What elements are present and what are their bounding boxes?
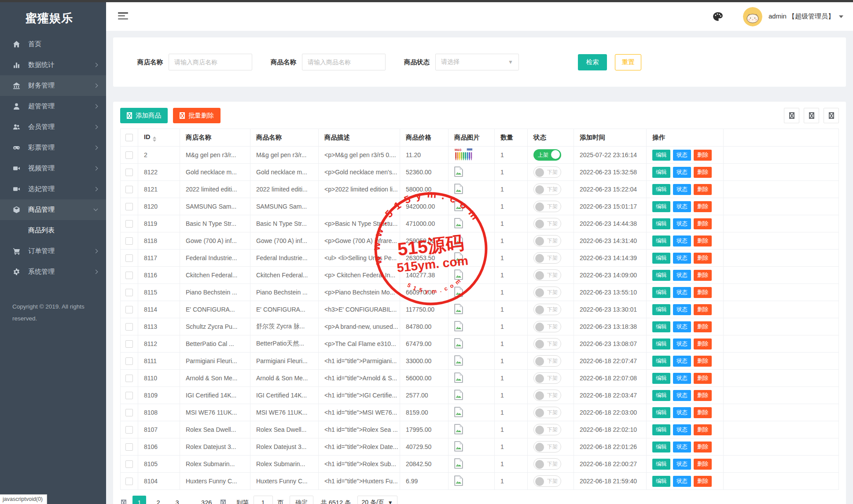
select-all-checkbox[interactable]: [125, 134, 133, 141]
row-status-button[interactable]: 状态: [673, 150, 691, 161]
page-button-326[interactable]: 326: [200, 496, 213, 504]
row-checkbox[interactable]: [125, 220, 133, 228]
table-tool-print-icon[interactable]: [824, 108, 839, 123]
status-toggle[interactable]: 下架: [533, 424, 561, 435]
sidebar-item-admins[interactable]: 超管管理: [0, 96, 106, 117]
edit-button[interactable]: 编辑: [652, 424, 670, 435]
status-toggle[interactable]: 下架: [533, 441, 561, 452]
sort-icon[interactable]: [153, 136, 156, 142]
next-page-button[interactable]: [221, 500, 226, 504]
status-toggle[interactable]: 下架: [533, 338, 561, 349]
row-checkbox[interactable]: [125, 203, 133, 210]
sidebar-item-stats[interactable]: 数据统计: [0, 55, 106, 75]
batch-delete-button[interactable]: 批量删除: [173, 108, 221, 123]
page-button-1[interactable]: 1: [132, 496, 146, 504]
row-status-button[interactable]: 状态: [673, 373, 691, 384]
row-status-button[interactable]: 状态: [673, 476, 691, 487]
sidebar-item-goods-list[interactable]: 商品列表: [0, 220, 106, 241]
delete-button[interactable]: 删除: [694, 476, 712, 487]
table-tool-export-icon[interactable]: [804, 108, 819, 123]
jump-confirm-button[interactable]: 确定: [290, 496, 313, 504]
avatar[interactable]: [743, 7, 762, 26]
status-toggle[interactable]: 下架: [533, 458, 561, 470]
row-status-button[interactable]: 状态: [673, 270, 691, 281]
status-toggle[interactable]: 上架: [533, 149, 561, 161]
edit-button[interactable]: 编辑: [652, 407, 670, 418]
sidebar-item-video[interactable]: 视频管理: [0, 158, 106, 179]
status-toggle[interactable]: 下架: [533, 269, 561, 281]
add-product-button[interactable]: 添加商品: [120, 108, 168, 123]
row-checkbox[interactable]: [125, 306, 133, 313]
edit-button[interactable]: 编辑: [652, 201, 670, 212]
sidebar-item-concubine[interactable]: 选妃管理: [0, 179, 106, 199]
status-toggle[interactable]: 下架: [533, 355, 561, 367]
row-status-button[interactable]: 状态: [673, 321, 691, 332]
edit-button[interactable]: 编辑: [652, 270, 670, 281]
delete-button[interactable]: 删除: [694, 424, 712, 435]
edit-button[interactable]: 编辑: [652, 304, 670, 315]
sidebar-item-orders[interactable]: 订单管理: [0, 241, 106, 261]
edit-button[interactable]: 编辑: [652, 253, 670, 264]
sidebar-item-members[interactable]: 会员管理: [0, 117, 106, 137]
row-checkbox[interactable]: [125, 409, 133, 416]
delete-button[interactable]: 删除: [694, 270, 712, 281]
search-button[interactable]: 检索: [578, 54, 607, 70]
delete-button[interactable]: 删除: [694, 356, 712, 367]
row-status-button[interactable]: 状态: [673, 441, 691, 452]
status-toggle[interactable]: 下架: [533, 304, 561, 315]
page-button-3[interactable]: 3: [170, 496, 184, 504]
status-toggle[interactable]: 下架: [533, 166, 561, 178]
row-status-button[interactable]: 状态: [673, 304, 691, 315]
row-checkbox[interactable]: [125, 272, 133, 279]
row-status-button[interactable]: 状态: [673, 459, 691, 470]
store-name-input[interactable]: [169, 54, 252, 70]
status-toggle[interactable]: 下架: [533, 287, 561, 298]
edit-button[interactable]: 编辑: [652, 338, 670, 349]
page-size-select[interactable]: 20 条/页▼: [357, 496, 397, 504]
edit-button[interactable]: 编辑: [652, 356, 670, 367]
delete-button[interactable]: 删除: [694, 150, 712, 161]
status-toggle[interactable]: 下架: [533, 218, 561, 229]
row-status-button[interactable]: 状态: [673, 390, 691, 401]
jump-page-input[interactable]: [254, 496, 273, 504]
status-toggle[interactable]: 下架: [533, 407, 561, 418]
delete-button[interactable]: 删除: [694, 338, 712, 349]
product-name-input[interactable]: [302, 54, 386, 70]
sidebar-item-home[interactable]: 首页: [0, 34, 106, 55]
delete-button[interactable]: 删除: [694, 235, 712, 246]
delete-button[interactable]: 删除: [694, 321, 712, 332]
row-checkbox[interactable]: [125, 443, 133, 451]
edit-button[interactable]: 编辑: [652, 373, 670, 384]
row-checkbox[interactable]: [125, 323, 133, 331]
row-status-button[interactable]: 状态: [673, 338, 691, 349]
row-checkbox[interactable]: [125, 375, 133, 382]
row-status-button[interactable]: 状态: [673, 287, 691, 298]
prev-page-button[interactable]: [121, 500, 126, 504]
row-checkbox[interactable]: [125, 392, 133, 399]
theme-palette-icon[interactable]: [712, 11, 724, 22]
row-checkbox[interactable]: [125, 151, 133, 159]
admin-name[interactable]: admin 【超级管理员】: [768, 12, 835, 21]
delete-button[interactable]: 删除: [694, 201, 712, 212]
status-toggle[interactable]: 下架: [533, 321, 561, 332]
delete-button[interactable]: 删除: [694, 441, 712, 452]
row-status-button[interactable]: 状态: [673, 253, 691, 264]
row-status-button[interactable]: 状态: [673, 235, 691, 246]
row-status-button[interactable]: 状态: [673, 356, 691, 367]
row-status-button[interactable]: 状态: [673, 218, 691, 229]
edit-button[interactable]: 编辑: [652, 235, 670, 246]
delete-button[interactable]: 删除: [694, 167, 712, 178]
row-checkbox[interactable]: [125, 460, 133, 468]
row-status-button[interactable]: 状态: [673, 201, 691, 212]
edit-button[interactable]: 编辑: [652, 390, 670, 401]
column-header-0[interactable]: ID: [138, 129, 180, 147]
delete-button[interactable]: 删除: [694, 373, 712, 384]
status-toggle[interactable]: 下架: [533, 390, 561, 401]
delete-button[interactable]: 删除: [694, 287, 712, 298]
edit-button[interactable]: 编辑: [652, 167, 670, 178]
delete-button[interactable]: 删除: [694, 407, 712, 418]
delete-button[interactable]: 删除: [694, 304, 712, 315]
delete-button[interactable]: 删除: [694, 390, 712, 401]
row-checkbox[interactable]: [125, 237, 133, 245]
status-toggle[interactable]: 下架: [533, 184, 561, 195]
